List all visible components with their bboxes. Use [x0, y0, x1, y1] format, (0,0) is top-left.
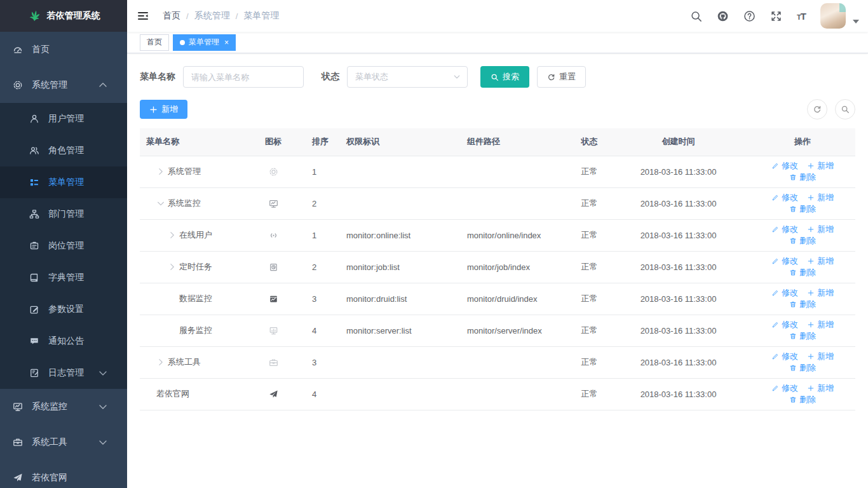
row-add-label: 新增 [817, 319, 834, 330]
reset-button[interactable]: 重置 [537, 66, 586, 88]
sidebar-item-label: 部门管理 [48, 208, 84, 220]
fontsize-icon[interactable]: TT [797, 11, 806, 22]
tab-close-icon[interactable]: × [224, 39, 229, 46]
sidebar-item-9[interactable]: 通知公告 [0, 325, 127, 357]
search-button[interactable]: 搜索 [480, 66, 529, 88]
row-add-label: 新增 [817, 160, 834, 172]
edit-op-icon [771, 194, 779, 201]
row-add-button[interactable]: 新增 [807, 287, 834, 299]
row-delete-button[interactable]: 删除 [789, 172, 816, 183]
row-actions: 修改新增删除 [750, 283, 855, 315]
row-edit-button[interactable]: 修改 [771, 319, 798, 330]
menu-status: 正常 [572, 378, 607, 410]
row-delete-button[interactable]: 删除 [789, 203, 816, 215]
column-header-2: 排序 [289, 128, 340, 156]
row-add-button[interactable]: 新增 [807, 383, 834, 394]
row-edit-button[interactable]: 修改 [771, 351, 798, 362]
sidebar-item-7[interactable]: 字典管理 [0, 262, 127, 294]
menu-name-input[interactable] [183, 66, 304, 88]
row-add-button[interactable]: 新增 [807, 192, 834, 203]
trash-op-icon [789, 396, 797, 403]
dashboard-icon [13, 44, 23, 55]
sidebar-item-1[interactable]: 系统管理 [0, 67, 127, 103]
menu-status: 正常 [572, 187, 607, 219]
table-row: 若依官网 4 正常 2018-03-16 11:33:00 修改新增删除 [140, 378, 855, 410]
sidebar-item-3[interactable]: 角色管理 [0, 135, 127, 166]
row-add-label: 新增 [817, 255, 834, 267]
top-navbar: 首页/系统管理/菜单管理 TT [127, 0, 868, 32]
plus-op-icon [807, 162, 815, 170]
row-edit-button[interactable]: 修改 [771, 192, 798, 203]
row-add-button[interactable]: 新增 [807, 224, 834, 235]
tree-expand-right-icon[interactable] [168, 262, 177, 271]
row-delete-label: 删除 [799, 362, 816, 374]
row-delete-button[interactable]: 删除 [789, 330, 816, 342]
search-icon[interactable] [690, 10, 702, 22]
column-header-4: 组件路径 [461, 128, 572, 156]
row-actions: 修改新增删除 [750, 346, 855, 378]
row-edit-label: 修改 [782, 383, 798, 394]
sidebar-item-8[interactable]: 参数设置 [0, 294, 127, 325]
github-icon[interactable] [717, 10, 729, 22]
sidebar: 若依管理系统 首页系统管理用户管理角色管理菜单管理部门管理岗位管理字典管理参数设… [0, 0, 127, 488]
row-edit-button[interactable]: 修改 [771, 255, 798, 267]
tree-expand-right-icon[interactable] [168, 231, 177, 240]
fullscreen-icon[interactable] [770, 10, 782, 22]
tab-0[interactable]: 首页 [140, 34, 169, 51]
row-delete-button[interactable]: 删除 [789, 394, 816, 405]
menu-status: 正常 [572, 156, 607, 187]
monitor-icon [269, 199, 278, 208]
tree-expand-down-icon[interactable] [156, 199, 165, 208]
sidebar-item-label: 首页 [32, 44, 50, 55]
row-delete-button[interactable]: 删除 [789, 235, 816, 247]
row-add-button[interactable]: 新增 [807, 319, 834, 330]
breadcrumb-item-0[interactable]: 首页 [163, 10, 180, 22]
plus-op-icon [807, 321, 815, 329]
refresh-table-button[interactable] [807, 99, 827, 119]
sidebar-item-label: 参数设置 [48, 304, 84, 315]
row-edit-button[interactable]: 修改 [771, 224, 798, 235]
row-edit-button[interactable]: 修改 [771, 287, 798, 299]
log-icon [29, 368, 39, 378]
sidebar-toggle-icon[interactable] [127, 0, 159, 32]
row-add-button[interactable]: 新增 [807, 160, 834, 172]
user-avatar[interactable] [820, 3, 846, 29]
trash-op-icon [789, 237, 797, 245]
row-delete-button[interactable]: 删除 [789, 267, 816, 278]
sidebar-item-label: 菜单管理 [48, 177, 84, 188]
row-edit-label: 修改 [782, 192, 798, 203]
table-row: 系统工具 3 正常 2018-03-16 11:33:00 修改新增删除 [140, 346, 855, 378]
row-add-button[interactable]: 新增 [807, 351, 834, 362]
tree-expand-right-icon[interactable] [156, 167, 165, 176]
sidebar-item-12[interactable]: 系统工具 [0, 424, 127, 460]
toggle-search-button[interactable] [835, 99, 855, 119]
row-delete-label: 删除 [799, 299, 816, 310]
sidebar-item-5[interactable]: 部门管理 [0, 198, 127, 230]
column-header-0: 菜单名称 [140, 128, 257, 156]
sidebar-item-4[interactable]: 菜单管理 [0, 166, 127, 198]
row-edit-label: 修改 [782, 255, 798, 267]
menu-component: monitor/online/index [461, 219, 572, 251]
menu-component: monitor/druid/index [461, 283, 572, 315]
status-select[interactable]: 菜单状态 [347, 66, 468, 88]
plus-op-icon [807, 384, 815, 392]
sidebar-item-2[interactable]: 用户管理 [0, 103, 127, 135]
tab-1[interactable]: 菜单管理× [173, 34, 236, 51]
sidebar-item-10[interactable]: 日志管理 [0, 357, 127, 389]
menu-order: 2 [289, 251, 340, 283]
sidebar-item-0[interactable]: 首页 [0, 32, 127, 67]
tree-expand-right-icon[interactable] [156, 358, 165, 367]
row-delete-button[interactable]: 删除 [789, 362, 816, 374]
add-button[interactable]: 新增 [140, 100, 187, 119]
menu-perms: monitor:online:list [340, 219, 461, 251]
sidebar-item-6[interactable]: 岗位管理 [0, 230, 127, 262]
sidebar-item-13[interactable]: 若依官网 [0, 460, 127, 488]
sidebar-item-11[interactable]: 系统监控 [0, 389, 127, 424]
row-edit-button[interactable]: 修改 [771, 160, 798, 172]
row-delete-button[interactable]: 删除 [789, 299, 816, 310]
question-icon[interactable] [743, 10, 756, 22]
row-edit-button[interactable]: 修改 [771, 383, 798, 394]
sidebar-item-label: 日志管理 [48, 367, 84, 379]
avatar-caret-icon[interactable] [853, 20, 859, 24]
row-add-button[interactable]: 新增 [807, 255, 834, 267]
